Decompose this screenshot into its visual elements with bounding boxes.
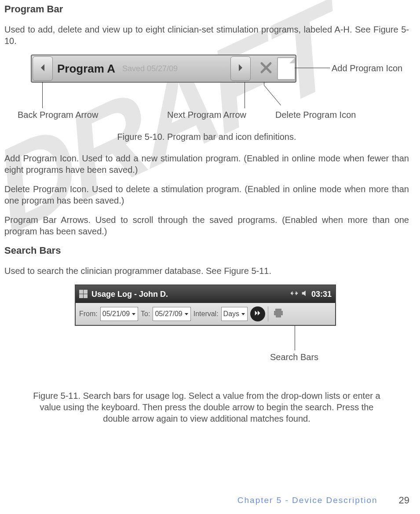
interval-label: Interval: [194,310,219,318]
usage-log-window: Usage Log - John D. 03:31 From: 05/21/09… [75,284,336,326]
chapter-title: Chapter 5 - Device Description [237,496,378,505]
print-button[interactable] [271,306,286,321]
callout-line [295,68,330,68]
back-program-arrow-button[interactable] [33,56,53,81]
window-titlebar: Usage Log - John D. 03:31 [76,285,335,303]
callout-line [42,82,43,108]
interval-field[interactable]: Days [221,307,248,321]
chevron-right-icon [237,63,244,74]
figure-5-10: Program A Saved 05/27/09 Add Program Ico… [31,55,409,129]
intro-search-bars: Used to search the clinician programmer … [4,265,409,277]
add-program-button[interactable] [277,57,296,80]
page-number: 29 [399,495,409,506]
para-add: Add Program Icon. Used to add a new stim… [4,153,409,175]
heading-program-bar: Program Bar [4,4,409,15]
program-name-label: Program A [57,62,115,76]
dropdown-icon [184,310,189,318]
para-delete: Delete Program Icon. Used to delete a st… [4,183,409,206]
interval-value: Days [223,310,239,318]
heading-search-bars: Search Bars [4,245,409,256]
window-title: Usage Log - John D. [91,290,287,299]
from-date-value: 05/21/09 [102,310,130,318]
x-icon [259,61,273,76]
sync-icon [290,289,298,299]
callout-delete: Delete Program Icon [275,110,356,120]
to-label: To: [141,310,150,318]
clock-time: 03:31 [311,290,332,299]
figure-5-11-caption: Figure 5-11. Search bars for usage log. … [26,390,387,424]
to-date-field[interactable]: 05/27/09 [153,307,190,321]
dropdown-icon [131,310,136,318]
next-program-arrow-button[interactable] [230,56,251,81]
speaker-icon [301,289,309,299]
window-icon [79,290,88,299]
printer-icon [273,307,284,321]
callout-line [264,85,281,106]
callout-line [295,326,295,350]
para-arrows: Program Bar Arrows. Used to scroll throu… [4,214,409,237]
page-footer: Chapter 5 - Device Description 29 [237,495,409,506]
callout-back: Back Program Arrow [18,110,98,120]
divider [268,306,268,321]
search-toolbar: From: 05/21/09 To: 05/27/09 Interval: Da… [76,303,335,325]
callout-add: Add Program Icon [332,63,402,73]
figure-5-10-caption: Figure 5-10. Program bar and icon defini… [4,132,409,142]
double-arrow-icon [254,309,262,319]
dropdown-icon [241,310,245,318]
callout-next: Next Program Arrow [167,110,246,120]
to-date-value: 05/27/09 [155,310,182,318]
callout-searchbars: Search Bars [270,352,318,362]
page-content: Program Bar Used to add, delete and view… [0,0,420,424]
chevron-left-icon [39,63,46,74]
from-date-field[interactable]: 05/21/09 [100,307,138,321]
callout-line [245,82,245,108]
program-saved-date: Saved 05/27/09 [122,64,178,73]
search-button[interactable] [250,306,265,321]
figure-5-11: Usage Log - John D. 03:31 From: 05/21/09… [75,284,409,386]
delete-program-button[interactable] [258,60,274,77]
program-bar: Program A Saved 05/27/09 [31,55,296,83]
status-icons: 03:31 [290,289,332,299]
intro-program-bar: Used to add, delete and view up to eight… [4,24,409,47]
from-label: From: [79,310,98,318]
